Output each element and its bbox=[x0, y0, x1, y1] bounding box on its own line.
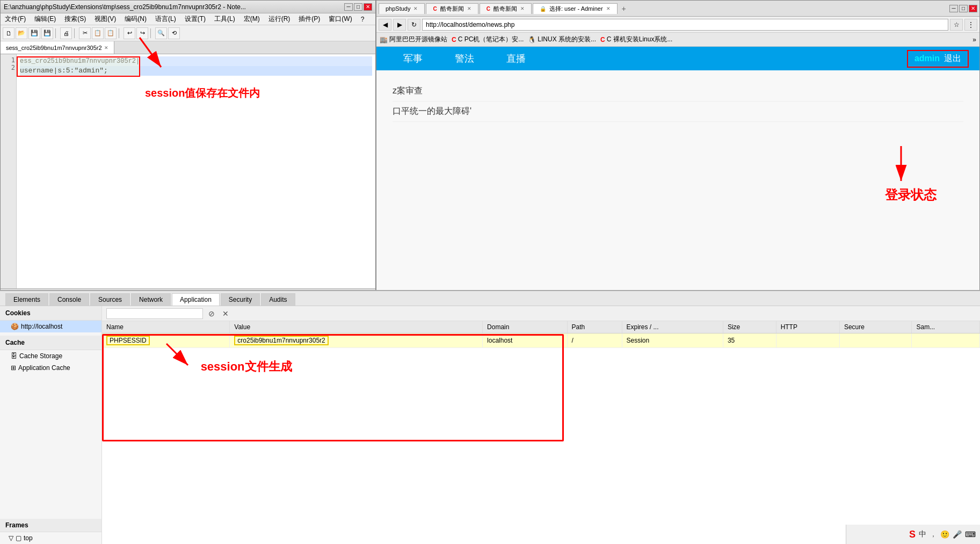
toolbar-sep4 bbox=[150, 28, 153, 38]
copy-btn[interactable]: 📋 bbox=[92, 27, 104, 39]
devtools-tab-sources[interactable]: Sources bbox=[90, 293, 130, 306]
browser-tab-3[interactable]: 🔒 选择: user - Adminer ✕ bbox=[533, 3, 618, 14]
replace-btn[interactable]: ⟲ bbox=[168, 27, 180, 39]
browser-tab-close-2[interactable]: ✕ bbox=[520, 6, 525, 11]
menu-plugins[interactable]: 插件(P) bbox=[294, 13, 324, 25]
menu-file[interactable]: 文件(F) bbox=[1, 13, 30, 25]
editor-line-2: username|s:5:"admin"; bbox=[20, 66, 372, 76]
browser-tab-close-0[interactable]: ✕ bbox=[413, 6, 418, 11]
browser-tab-close-3[interactable]: ✕ bbox=[606, 6, 611, 11]
forward-button[interactable]: ▶ bbox=[393, 19, 406, 31]
logout-button[interactable]: 退出 bbox=[944, 53, 961, 64]
menu-language[interactable]: 语言(L) bbox=[151, 13, 180, 25]
sogou-keyboard[interactable]: ⌨ bbox=[965, 530, 976, 539]
devtools-tab-security[interactable]: Security bbox=[221, 293, 260, 306]
menu-button[interactable]: ⋮ bbox=[964, 19, 977, 31]
sidebar-item-localhost[interactable]: 🍪 http://localhost bbox=[0, 321, 101, 332]
bookmark-label-2: LINUX 系统的安装... bbox=[538, 35, 596, 44]
col-secure[interactable]: Secure bbox=[839, 321, 912, 333]
find-btn[interactable]: 🔍 bbox=[155, 27, 167, 39]
open-btn[interactable]: 📂 bbox=[16, 27, 27, 39]
col-value[interactable]: Value bbox=[230, 321, 483, 333]
bookmark-3[interactable]: C C 裸机安装Linux系统... bbox=[600, 35, 672, 44]
paste-btn[interactable]: 📋 bbox=[105, 27, 117, 39]
print-btn[interactable]: 🖨 bbox=[60, 27, 72, 39]
cut-btn[interactable]: ✂ bbox=[79, 27, 91, 39]
menu-search[interactable]: 搜索(S) bbox=[60, 13, 90, 25]
bookmark-star[interactable]: ☆ bbox=[950, 19, 963, 31]
cookie-icon: 🍪 bbox=[11, 323, 19, 330]
notepad-window: E:\anzhuang\phpStudy\Extensions\tmp\sess… bbox=[0, 0, 376, 301]
col-size[interactable]: Size bbox=[723, 321, 776, 333]
col-expires[interactable]: Expires / ... bbox=[622, 321, 723, 333]
bookmark-1[interactable]: C C PC机（笔记本）安... bbox=[452, 35, 524, 44]
refresh-button[interactable]: ↻ bbox=[408, 19, 420, 31]
browser-close-button[interactable]: ✕ bbox=[969, 5, 977, 12]
nav-item-live[interactable]: 直播 bbox=[490, 47, 542, 70]
bookmark-label-3: C 裸机安装Linux系统... bbox=[607, 35, 673, 44]
close-button[interactable]: ✕ bbox=[364, 3, 372, 11]
maximize-button[interactable]: □ bbox=[354, 3, 362, 11]
bookmark-2[interactable]: 🐧 LINUX 系统的安装... bbox=[528, 35, 596, 44]
browser-maximize-button[interactable]: □ bbox=[959, 5, 968, 12]
menu-encoding[interactable]: 编码(N) bbox=[120, 13, 151, 25]
bookmark-0[interactable]: 🏬 阿里巴巴开源镜像站 bbox=[380, 35, 447, 44]
cache-section-header: Cache bbox=[0, 336, 101, 350]
sidebar-item-cache-storage[interactable]: 🗄 Cache Storage bbox=[0, 350, 101, 362]
menu-edit[interactable]: 编辑(E) bbox=[30, 13, 60, 25]
notepad-editor: 1 2 ess_cro25ib9bnu1m7nnvupnr305r2| user… bbox=[1, 54, 375, 288]
devtools-tab-audits[interactable]: Audits bbox=[261, 293, 295, 306]
cookies-table: Name Value Domain Path Expires / ... Siz… bbox=[102, 321, 980, 348]
admin-username: admin bbox=[914, 54, 940, 63]
clear-cookies-button[interactable]: ✕ bbox=[220, 308, 231, 319]
cookie-search-input[interactable] bbox=[106, 308, 203, 319]
menu-run[interactable]: 运行(R) bbox=[264, 13, 295, 25]
tab-close-icon[interactable]: ✕ bbox=[104, 45, 108, 50]
save-btn[interactable]: 💾 bbox=[28, 27, 40, 39]
editor-content[interactable]: ess_cro25ib9bnu1m7nnvupnr305r2| username… bbox=[17, 54, 375, 288]
website-navbar: 军事 警法 直播 admin 退出 bbox=[376, 47, 979, 70]
sogou-mic[interactable]: 🎤 bbox=[953, 530, 962, 539]
address-bar[interactable] bbox=[422, 19, 948, 31]
devtools-tab-elements[interactable]: Elements bbox=[5, 293, 48, 306]
col-path[interactable]: Path bbox=[567, 321, 622, 333]
browser-tab-label-3: 选择: user - Adminer bbox=[549, 5, 603, 13]
browser-tab-0[interactable]: phpStudy ✕ bbox=[379, 3, 425, 14]
menu-macro[interactable]: 宏(M) bbox=[239, 13, 264, 25]
col-http[interactable]: HTTP bbox=[776, 321, 839, 333]
block-cookies-button[interactable]: ⊘ bbox=[206, 308, 217, 319]
frames-item-top[interactable]: ▽ ▢ top bbox=[0, 532, 101, 544]
browser-tab-close-1[interactable]: ✕ bbox=[467, 6, 471, 11]
redo-btn[interactable]: ↪ bbox=[136, 27, 148, 39]
back-button[interactable]: ◀ bbox=[379, 19, 391, 31]
news-item-1: 口平统一的最大障碍' bbox=[393, 101, 963, 122]
notepad-tab-0[interactable]: sess_cro25ib9bnu1m7nnvupnr305r2 ✕ bbox=[1, 41, 114, 54]
sidebar-item-application-cache[interactable]: ⊞ Application Cache bbox=[0, 362, 101, 374]
devtools-tab-console[interactable]: Console bbox=[49, 293, 89, 306]
menu-view[interactable]: 视图(V) bbox=[90, 13, 120, 25]
devtools-tab-application[interactable]: Application bbox=[172, 293, 220, 306]
browser-tab-1[interactable]: C 酷奇新闻 ✕ bbox=[426, 3, 478, 14]
devtools-tab-network[interactable]: Network bbox=[131, 293, 171, 306]
col-domain[interactable]: Domain bbox=[483, 321, 567, 333]
minimize-button[interactable]: ─ bbox=[344, 3, 353, 11]
table-row[interactable]: PHPSESSID cro25ib9bnu1m7nnvupnr305r2 loc… bbox=[102, 333, 980, 348]
undo-btn[interactable]: ↩ bbox=[124, 27, 135, 39]
menu-tools[interactable]: 工具(L) bbox=[210, 13, 239, 25]
saveall-btn[interactable]: 💾 bbox=[41, 27, 53, 39]
col-same[interactable]: Sam... bbox=[912, 321, 980, 333]
add-tab-button[interactable]: + bbox=[619, 3, 629, 14]
line-numbers: 1 2 bbox=[1, 54, 17, 288]
browser-minimize-button[interactable]: ─ bbox=[949, 5, 958, 12]
col-name[interactable]: Name bbox=[102, 321, 230, 333]
menu-settings[interactable]: 设置(T) bbox=[180, 13, 210, 25]
new-btn[interactable]: 🗋 bbox=[3, 27, 14, 39]
frames-top-label: top bbox=[24, 534, 33, 542]
nav-item-military[interactable]: 军事 bbox=[387, 47, 439, 70]
nav-item-police[interactable]: 警法 bbox=[439, 47, 490, 70]
menu-window[interactable]: 窗口(W) bbox=[324, 13, 356, 25]
cell-path: / bbox=[567, 333, 622, 348]
browser-tab-2[interactable]: C 酷奇新闻 ✕ bbox=[480, 3, 532, 14]
menu-help[interactable]: ? bbox=[357, 14, 369, 24]
bookmarks-more[interactable]: » bbox=[972, 36, 976, 43]
